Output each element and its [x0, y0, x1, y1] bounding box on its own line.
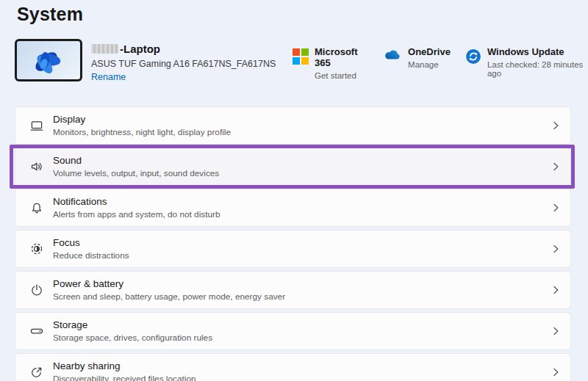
display-icon [29, 118, 44, 133]
device-model: ASUS TUF Gaming A16 FA617NS_FA617NS [91, 59, 276, 69]
microsoft-logo-icon [293, 48, 309, 65]
device-name-redacted [91, 44, 118, 54]
quick-card-title: Windows Update [487, 46, 588, 57]
quick-card-title: Microsoft 365 [315, 46, 369, 68]
chevron-right-icon [551, 244, 560, 254]
setting-row-nearby-sharing[interactable]: Nearby sharing Discoverability, received… [15, 353, 571, 381]
setting-title: Notifications [53, 196, 220, 207]
chevron-right-icon [551, 162, 560, 172]
windows-update-icon [465, 48, 481, 65]
notifications-icon [29, 200, 44, 215]
device-thumbnail [15, 39, 82, 81]
device-name: -Laptop [120, 43, 160, 55]
quick-card-onedrive[interactable]: OneDrive Manage [384, 46, 451, 80]
quick-card-link[interactable]: Get started [315, 71, 369, 80]
setting-row-notifications[interactable]: Notifications Alerts from apps and syste… [15, 189, 571, 227]
sound-icon [29, 159, 44, 174]
quick-cards: Microsoft 365 Get started OneDrive Manag… [293, 46, 588, 80]
setting-row-storage[interactable]: Storage Storage space, drives, configura… [15, 312, 571, 350]
setting-title: Storage [53, 319, 212, 330]
wallpaper-bloom-image [17, 41, 80, 79]
quick-card-link[interactable]: Manage [408, 60, 451, 69]
setting-subtitle: Storage space, drives, configuration rul… [53, 333, 212, 343]
setting-title: Power & battery [53, 278, 285, 289]
setting-subtitle: Volume levels, output, input, sound devi… [53, 168, 219, 178]
page-title: System [17, 4, 83, 25]
setting-title: Display [53, 114, 231, 125]
chevron-right-icon [551, 367, 560, 377]
quick-card-microsoft-365[interactable]: Microsoft 365 Get started [293, 46, 369, 80]
chevron-right-icon [551, 120, 560, 131]
setting-row-focus[interactable]: Focus Reduce distractions [15, 230, 571, 268]
chevron-right-icon [551, 203, 560, 213]
onedrive-cloud-icon [384, 48, 402, 61]
quick-card-status: Last checked: 28 minutes ago [487, 60, 588, 78]
setting-title: Sound [53, 155, 219, 166]
device-info: -Laptop ASUS TUF Gaming A16 FA617NS_FA61… [91, 42, 276, 82]
setting-subtitle: Screen and sleep, battery usage, power m… [53, 291, 285, 302]
setting-subtitle: Reduce distractions [53, 250, 129, 261]
setting-row-display[interactable]: Display Monitors, brightness, night ligh… [15, 106, 571, 145]
settings-list: Display Monitors, brightness, night ligh… [15, 106, 571, 381]
setting-row-sound[interactable]: Sound Volume levels, output, input, soun… [15, 148, 571, 186]
setting-subtitle: Discoverability, received files location [53, 374, 196, 381]
power-icon [29, 283, 44, 297]
setting-title: Nearby sharing [53, 360, 196, 371]
setting-title: Focus [53, 237, 129, 248]
setting-subtitle: Monitors, brightness, night light, displ… [53, 127, 231, 137]
chevron-right-icon [551, 326, 560, 336]
setting-subtitle: Alerts from apps and system, do not dist… [53, 209, 220, 219]
chevron-right-icon [551, 285, 560, 295]
setting-row-power-battery[interactable]: Power & battery Screen and sleep, batter… [15, 271, 571, 309]
storage-icon [29, 324, 44, 338]
nearby-sharing-icon [29, 365, 44, 380]
rename-link[interactable]: Rename [91, 72, 126, 82]
quick-card-title: OneDrive [408, 46, 451, 57]
focus-icon [29, 242, 44, 256]
quick-card-windows-update[interactable]: Windows Update Last checked: 28 minutes … [465, 46, 588, 80]
